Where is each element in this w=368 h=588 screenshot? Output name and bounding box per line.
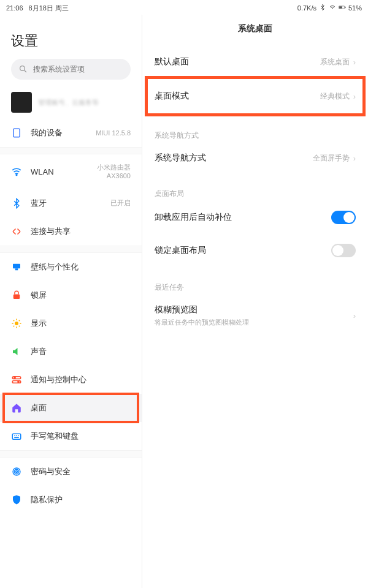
chevron-right-icon: › bbox=[353, 58, 356, 67]
account-sub: 管理账号、云服务等 bbox=[38, 98, 99, 107]
keyboard-icon bbox=[11, 431, 22, 442]
svg-point-3 bbox=[20, 66, 25, 71]
status-time: 21:06 bbox=[6, 4, 23, 12]
avatar bbox=[11, 92, 32, 113]
status-battery: 51% bbox=[348, 4, 362, 12]
svg-point-9 bbox=[15, 322, 18, 325]
settings-title: 设置 bbox=[0, 15, 142, 59]
svg-point-16 bbox=[14, 469, 19, 474]
svg-point-13 bbox=[18, 381, 19, 382]
sidebar-item-stylus[interactable]: 手写笔和键盘 bbox=[0, 422, 142, 450]
highlight-box bbox=[2, 393, 139, 423]
sidebar-item-wlan[interactable]: WLAN 小米路由器 AX3600 bbox=[0, 154, 142, 189]
svg-rect-2 bbox=[339, 7, 342, 9]
wifi-icon bbox=[329, 4, 336, 12]
sidebar-item-privacy[interactable]: 隐私保护 bbox=[0, 486, 142, 514]
svg-point-12 bbox=[14, 377, 15, 378]
home-icon bbox=[11, 402, 22, 413]
toggles-icon bbox=[11, 374, 22, 385]
svg-point-5 bbox=[16, 175, 17, 176]
sidebar-item-display[interactable]: 显示 bbox=[0, 309, 142, 337]
chevron-right-icon: › bbox=[353, 311, 356, 320]
svg-rect-7 bbox=[15, 268, 18, 270]
brush-icon bbox=[11, 262, 22, 273]
fingerprint-icon bbox=[11, 466, 22, 477]
settings-sidebar: 设置 管理账号、云服务等 我的设备 MIUI 12.5.8 WLAN 小米路由器… bbox=[0, 15, 142, 588]
bluetooth-icon bbox=[319, 4, 326, 12]
main-panel: 系统桌面 默认桌面 系统桌面 › 桌面模式 经典模式 › 系统导航方式 系统导航… bbox=[142, 15, 368, 588]
svg-rect-1 bbox=[345, 7, 345, 8]
tablet-icon bbox=[11, 127, 22, 138]
svg-rect-6 bbox=[13, 263, 20, 268]
account-row[interactable]: 管理账号、云服务等 bbox=[0, 88, 142, 119]
search-input-container[interactable] bbox=[11, 59, 131, 80]
battery-icon bbox=[339, 4, 346, 12]
sidebar-item-wallpaper[interactable]: 壁纸与个性化 bbox=[0, 253, 142, 281]
svg-rect-8 bbox=[13, 294, 20, 299]
sidebar-item-lockscreen[interactable]: 锁屏 bbox=[0, 281, 142, 309]
section-header-nav: 系统导航方式 bbox=[152, 115, 358, 143]
svg-point-17 bbox=[16, 470, 18, 472]
section-header-layout: 桌面布局 bbox=[152, 173, 358, 201]
lock-icon bbox=[11, 290, 22, 301]
sidebar-item-connection[interactable]: 连接与共享 bbox=[0, 217, 142, 246]
svg-rect-4 bbox=[13, 129, 20, 137]
sidebar-item-desktop[interactable]: 桌面 bbox=[0, 394, 142, 422]
search-icon bbox=[18, 64, 28, 75]
status-netspeed: 0.7K/s bbox=[297, 4, 316, 12]
sidebar-item-device[interactable]: 我的设备 MIUI 12.5.8 bbox=[0, 119, 142, 147]
row-blur-preview[interactable]: 模糊预览图 将最近任务中的预览图模糊处理 › bbox=[152, 295, 358, 337]
sidebar-item-bluetooth[interactable]: 蓝牙 已开启 bbox=[0, 189, 142, 217]
toggle-auto-fill[interactable] bbox=[331, 211, 356, 224]
row-default-desktop[interactable]: 默认桌面 系统桌面 › bbox=[152, 47, 358, 77]
status-bar: 21:06 8月18日 周三 0.7K/s 51% bbox=[0, 0, 368, 15]
svg-rect-14 bbox=[12, 434, 21, 439]
row-nav-mode[interactable]: 系统导航方式 全面屏手势 › bbox=[152, 143, 358, 173]
speaker-icon bbox=[11, 346, 22, 357]
section-header-recents: 最近任务 bbox=[152, 267, 358, 295]
row-lock-layout[interactable]: 锁定桌面布局 bbox=[152, 234, 358, 267]
toggle-lock-layout[interactable] bbox=[331, 244, 356, 257]
bluetooth-icon bbox=[11, 198, 22, 209]
row-auto-fill[interactable]: 卸载应用后自动补位 bbox=[152, 201, 358, 234]
row-desktop-mode[interactable]: 桌面模式 经典模式 › bbox=[152, 77, 358, 115]
chevron-right-icon: › bbox=[353, 92, 356, 101]
chevron-right-icon: › bbox=[353, 154, 356, 163]
share-icon bbox=[11, 226, 22, 237]
sidebar-item-notify[interactable]: 通知与控制中心 bbox=[0, 366, 142, 394]
wifi-icon bbox=[11, 166, 22, 177]
shield-icon bbox=[11, 494, 22, 505]
main-title: 系统桌面 bbox=[152, 15, 358, 47]
sun-icon bbox=[11, 318, 22, 329]
sidebar-item-sound[interactable]: 声音 bbox=[0, 337, 142, 366]
sidebar-item-security[interactable]: 密码与安全 bbox=[0, 458, 142, 486]
search-input[interactable] bbox=[33, 65, 123, 74]
status-date: 8月18日 周三 bbox=[29, 4, 69, 12]
